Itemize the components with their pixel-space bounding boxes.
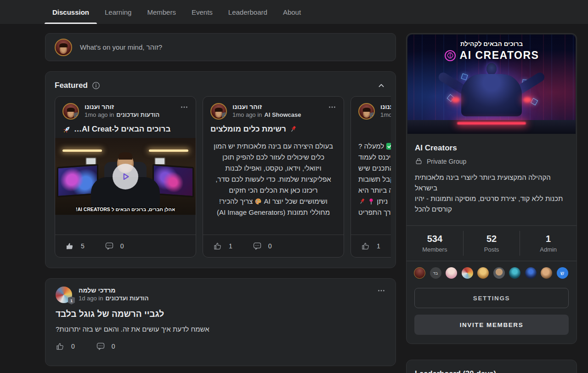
post-menu-icon[interactable]: [180, 103, 188, 120]
composer-prompt: What's on your mind, זוהר?: [80, 43, 162, 51]
collapse-chevron-up-icon[interactable]: [376, 80, 386, 91]
body-line: בעולם היצירה עם בינה מלאכותית יש המון: [210, 141, 336, 152]
member-avatar[interactable]: [541, 267, 552, 279]
level-badge: 3: [370, 112, 375, 120]
like-count: 1: [229, 242, 232, 250]
featured-card2-header: 3 זוהר וענונו 1mo ago in AI Showcase: [203, 97, 344, 121]
author-block: מרדכי שלמה 1d ago in הודעות ועדכונים: [79, 287, 149, 303]
stat-posts[interactable]: 52 Posts: [463, 231, 520, 256]
banner-glowing-keyboard: [457, 122, 526, 125]
post-body: למעלה ? היכנס לעמוד התכנים שיש לקבל תשוב…: [351, 138, 391, 221]
post-title-text: רשימת כלים מומלצים: [210, 125, 286, 134]
stat-value: 534: [407, 234, 463, 244]
group-name: AI Creators: [415, 143, 568, 153]
like-button[interactable]: 1: [213, 241, 232, 251]
post-channel[interactable]: AI Showcase: [264, 111, 301, 118]
author-avatar[interactable]: 3: [62, 103, 79, 120]
author-block: זוהר וענונו 1mo: [380, 103, 391, 120]
member-avatar[interactable]: [414, 267, 425, 279]
current-user-avatar[interactable]: [55, 39, 72, 56]
tab-learning[interactable]: Learning: [97, 0, 139, 24]
stat-admin[interactable]: 1 Admin: [520, 231, 577, 256]
comment-count: 0: [268, 242, 272, 250]
author-avatar[interactable]: 3: [210, 103, 227, 120]
author-name[interactable]: זוהר וענונו: [232, 103, 301, 110]
pushpin-icon: [358, 198, 366, 205]
group-info-card: ברוכים הבאים לקהילת AI CREATORS AI Creat…: [406, 33, 577, 344]
author-avatar[interactable]: 1: [56, 287, 72, 303]
group-privacy-label: Private Group: [427, 158, 466, 165]
member-avatar[interactable]: [525, 267, 537, 279]
author-name[interactable]: זוהר וענונו: [85, 103, 159, 110]
featured-card-community-guide[interactable]: 3 זוהר וענונו 1mo קהילה: [351, 96, 391, 258]
feed-post[interactable]: 1 מרדכי שלמה 1d ago in הודעות ועדכונים ל…: [45, 278, 396, 366]
comment-button[interactable]: 0: [105, 241, 124, 251]
level-badge: 3: [74, 112, 79, 120]
tab-leaderboard[interactable]: Leaderboard: [220, 0, 275, 24]
post-reactions: 1: [351, 235, 391, 257]
post-channel[interactable]: הודעות ועדכונים: [106, 295, 149, 302]
post-reactions: 5 0: [55, 235, 196, 257]
featured-card-welcome-video[interactable]: 3 זוהר וענונו 1mo ago in הודעות ועדכונים…: [55, 96, 196, 258]
post-title[interactable]: רשימת כלים מומלצים: [203, 121, 344, 138]
play-button[interactable]: [113, 164, 138, 189]
post-menu-icon[interactable]: [377, 287, 385, 303]
tab-about[interactable]: About: [275, 0, 309, 24]
author-name[interactable]: מרדכי שלמה: [79, 287, 149, 294]
post-meta: 1mo ago in AI Showcase: [232, 111, 301, 118]
author-block: זוהר וענונו 1mo ago in הודעות ועדכונים: [85, 103, 159, 120]
stat-label: Posts: [464, 246, 520, 253]
video-thumbnail[interactable]: אהלן חברים, ברוכים הבאים ל AI CREATORS!: [55, 138, 196, 215]
post-title[interactable]: לגביי הרשמה של גוגל בלבד: [56, 309, 385, 319]
member-avatar[interactable]: [493, 267, 505, 279]
like-count: 5: [81, 242, 85, 250]
post-composer[interactable]: What's on your mind, זוהר?: [45, 33, 396, 61]
settings-button[interactable]: SETTINGS: [414, 288, 569, 308]
tab-events[interactable]: Events: [184, 0, 220, 24]
tab-members[interactable]: Members: [139, 0, 184, 24]
tab-discussion[interactable]: Discussion: [45, 0, 97, 24]
post-channel[interactable]: הודעות ועדכונים: [116, 111, 159, 118]
post-meta: 1d ago in הודעות ועדכונים: [79, 295, 149, 302]
post-reactions: 1 0: [203, 235, 344, 257]
like-button[interactable]: 0: [56, 342, 75, 351]
post-time: 1mo ago in: [85, 111, 114, 118]
like-count: 1: [377, 242, 380, 250]
member-avatar[interactable]: [462, 267, 473, 279]
post-title[interactable]: ברוכים הבאים ל-AI Creat…: [55, 121, 196, 138]
post-title[interactable]: קהילה: [351, 121, 391, 138]
featured-card-tools-list[interactable]: 3 זוהר וענונו 1mo ago in AI Showcase: [203, 96, 344, 258]
brain-logo-icon: [444, 50, 456, 62]
lock-icon: [415, 157, 423, 165]
group-stats: 534 Members 52 Posts 1 Admin: [407, 226, 577, 261]
body-line-part: צריך להכיר!: [219, 197, 253, 205]
banner-brand-text: AI CREATORS: [460, 49, 539, 62]
leaderboard-card: Leaderboard (30-days): [406, 360, 577, 373]
comment-button[interactable]: 0: [96, 342, 115, 351]
member-avatar-initials[interactable]: בד: [430, 267, 441, 279]
banner-welcome-text: ברוכים הבאים לקהילת: [407, 40, 576, 47]
post-meta: 1mo ago in הודעות ועדכונים: [85, 111, 159, 118]
post-body: אשמח לדעת איך עושים את זה. והאם יש בזה י…: [56, 325, 385, 333]
stat-label: Admin: [520, 246, 577, 253]
member-avatar[interactable]: [477, 267, 489, 279]
info-icon[interactable]: [92, 81, 100, 90]
body-line-part: למעלה ?: [358, 142, 384, 150]
stat-value: 52: [464, 234, 520, 244]
author-avatar[interactable]: 3: [358, 103, 375, 120]
stat-members[interactable]: 534 Members: [407, 231, 463, 256]
member-avatar[interactable]: [509, 267, 520, 279]
comment-count: 0: [112, 343, 115, 350]
like-button[interactable]: 1: [361, 241, 380, 251]
invite-members-button[interactable]: INVITE MEMBERS: [414, 315, 569, 335]
post-menu-icon[interactable]: [328, 103, 336, 120]
author-name[interactable]: זוהר וענונו: [380, 103, 391, 110]
comment-button[interactable]: 0: [253, 241, 272, 251]
post-time: 1mo ago in: [232, 111, 262, 118]
like-button[interactable]: 5: [65, 241, 85, 251]
members-preview-row: בד ש: [407, 261, 577, 283]
like-count: 0: [71, 343, 75, 350]
member-avatar[interactable]: [446, 267, 457, 279]
post-reactions: 0 0: [56, 342, 385, 351]
member-avatar-initials[interactable]: ש: [557, 267, 568, 279]
